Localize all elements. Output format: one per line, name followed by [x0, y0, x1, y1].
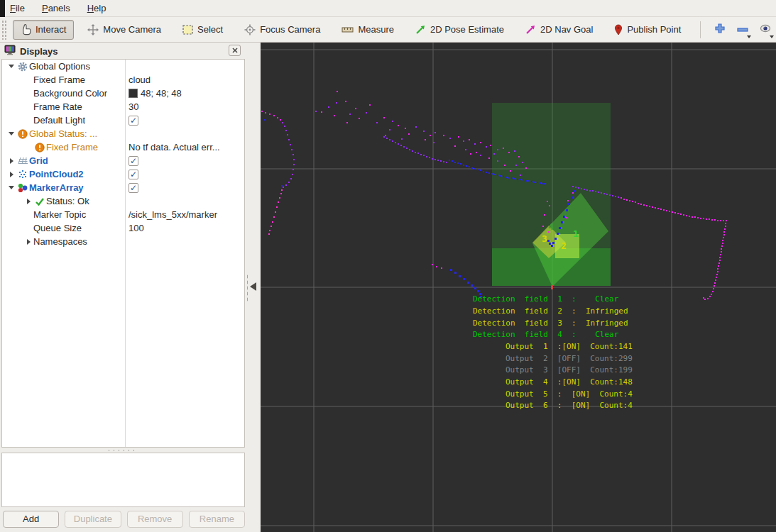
tree-row-value[interactable]: 48; 48; 48 — [141, 88, 182, 99]
collapse-panel-arrow-icon[interactable] — [250, 282, 256, 291]
measure-tool-button[interactable]: Measure — [334, 20, 402, 40]
select-box-icon — [182, 25, 193, 35]
remove-tool-button[interactable] — [733, 20, 752, 40]
tree-row-frame-rate[interactable]: Frame Rate30 — [2, 100, 244, 113]
expand-right-arrow-icon[interactable] — [27, 199, 31, 204]
tree-row-namespaces[interactable]: Namespaces — [2, 235, 244, 248]
enabled-checkbox[interactable]: ✓ — [129, 183, 138, 193]
expand-right-arrow-icon[interactable] — [10, 158, 13, 164]
interact-hand-icon — [21, 24, 31, 35]
check-icon — [33, 197, 46, 206]
panel-splitter-handle[interactable] — [106, 449, 138, 452]
tree-row-value[interactable]: 30 — [129, 101, 138, 112]
move-camera-tool-button[interactable]: Move Camera — [80, 20, 169, 40]
status-overlay-line: Detection field 4 : Clear — [473, 330, 618, 339]
enabled-checkbox[interactable]: ✓ — [129, 116, 138, 126]
left-squiggle-blue-dots — [264, 119, 283, 187]
gear-icon — [16, 62, 29, 72]
expand-right-arrow-icon[interactable] — [10, 172, 13, 177]
focus-camera-tool-button[interactable]: Focus Camera — [236, 20, 328, 40]
focus-camera-tool-label: Focus Camera — [260, 24, 320, 35]
status-overlay-line: Detection field 3 : Infringed — [473, 318, 628, 328]
pose-estimate-tool-button[interactable]: 2D Pose Estimate — [408, 20, 512, 40]
minus-icon — [737, 24, 748, 35]
tree-row-label: Fixed Frame — [33, 74, 85, 85]
viewport-svg — [261, 43, 776, 532]
tree-row-fixed-frame[interactable]: Fixed Framecloud — [2, 73, 244, 87]
menu-help-rest: elp — [94, 3, 106, 13]
expand-down-arrow-icon[interactable] — [9, 132, 14, 135]
side-panel-splitter[interactable] — [245, 43, 261, 532]
enabled-checkbox[interactable]: ✓ — [129, 156, 138, 166]
splitter-dots — [246, 274, 248, 302]
tree-row-label: Global Status: ... — [29, 128, 97, 139]
tree-row-label: Queue Size — [33, 223, 82, 233]
menu-panels[interactable]: Panels — [35, 1, 77, 16]
tool-properties-button[interactable] — [756, 20, 775, 40]
move-camera-icon — [87, 24, 99, 35]
field-number-label: 2 — [561, 240, 567, 251]
tree-row-fixed-frame[interactable]: Fixed FrameNo tf data. Actual err... — [2, 140, 244, 154]
menu-file-key: F — [10, 3, 16, 13]
tree-row-value[interactable]: 100 — [129, 223, 144, 233]
tree-row-pointcloud2[interactable]: PointCloud2✓ — [2, 167, 244, 181]
tree-row-grid[interactable]: Grid✓ — [2, 154, 244, 167]
tree-row-label: Default Light — [33, 115, 85, 126]
add-display-button[interactable]: Add — [3, 511, 59, 528]
eye-icon — [759, 24, 772, 35]
left-squiggle-magenta — [261, 111, 281, 121]
tree-row-global-options[interactable]: Global Options — [2, 60, 244, 73]
status-overlay-line: Output 4 :[ON] Count:148 — [506, 377, 633, 387]
tree-row-markerarray[interactable]: MarkerArray✓ — [2, 181, 244, 194]
expand-down-arrow-icon[interactable] — [9, 186, 14, 189]
pose-estimate-tool-label: 2D Pose Estimate — [430, 24, 504, 35]
tree-row-marker-topic[interactable]: Marker Topic/sick_lms_5xx/marker — [2, 208, 244, 221]
field-number-label: 1 — [573, 228, 579, 239]
tree-row-value[interactable]: cloud — [129, 74, 151, 85]
left-squiggle-pink — [268, 189, 283, 235]
status-overlay-line: Output 2 [OFF] Count:299 — [506, 354, 633, 363]
menu-help[interactable]: Help — [80, 1, 114, 16]
tree-row-label: Fixed Frame — [46, 142, 98, 153]
status-overlay-line: Output 6 : [ON] Count:4 — [506, 401, 633, 410]
select-tool-label: Select — [197, 24, 223, 35]
displays-panel-header[interactable]: Displays — [0, 43, 245, 59]
tree-row-label: Frame Rate — [33, 101, 82, 112]
tree-row-value[interactable]: No tf data. Actual err... — [129, 142, 220, 153]
menu-bar: File Panels Help — [0, 0, 776, 17]
enabled-checkbox[interactable]: ✓ — [129, 170, 138, 179]
close-panel-button[interactable] — [229, 45, 241, 56]
menu-file[interactable]: File — [3, 1, 32, 16]
select-tool-button[interactable]: Select — [175, 20, 231, 40]
dense-line-purple — [383, 136, 447, 163]
menu-help-key: H — [87, 3, 94, 13]
publish-point-tool-button[interactable]: Publish Point — [606, 20, 689, 40]
nav-goal-tool-label: 2D Nav Goal — [540, 24, 593, 35]
add-tool-button[interactable] — [711, 20, 729, 40]
color-swatch[interactable] — [129, 89, 138, 98]
remove-tool-caret-icon — [747, 35, 751, 38]
tree-row-value[interactable]: /sick_lms_5xx/marker — [129, 209, 217, 220]
tool-properties-caret-icon — [770, 35, 774, 38]
tree-row-queue-size[interactable]: Queue Size100 — [2, 221, 244, 235]
nav-goal-tool-button[interactable]: 2D Nav Goal — [518, 20, 601, 40]
tree-row-label: Background Color — [33, 88, 107, 99]
tree-row-default-light[interactable]: Default Light✓ — [2, 113, 244, 127]
toolbar: Interact Move Camera Select Focus Camera… — [0, 17, 776, 43]
plus-icon — [714, 23, 726, 36]
toolbar-drag-handle[interactable] — [1, 20, 7, 40]
menu-file-rest: ile — [16, 3, 25, 13]
displays-tree[interactable]: Global OptionsFixed FramecloudBackground… — [1, 59, 245, 448]
displays-button-row: Add Duplicate Remove Rename — [3, 511, 245, 528]
measure-ruler-icon — [341, 26, 354, 34]
publish-point-tool-label: Publish Point — [627, 24, 681, 35]
interact-tool-label: Interact — [35, 24, 66, 35]
tree-row-global-status[interactable]: Global Status: ... — [2, 127, 244, 140]
tree-row-background-color[interactable]: Background Color48; 48; 48 — [2, 87, 244, 100]
expand-right-arrow-icon[interactable] — [27, 239, 31, 245]
render-viewport[interactable]: 4132Detection field 1 : ClearDetection f… — [261, 43, 776, 532]
interact-tool-button[interactable]: Interact — [13, 20, 74, 40]
expand-down-arrow-icon[interactable] — [9, 65, 14, 68]
markers-icon — [16, 183, 29, 193]
tree-row-status-ok[interactable]: Status: Ok — [2, 194, 244, 208]
